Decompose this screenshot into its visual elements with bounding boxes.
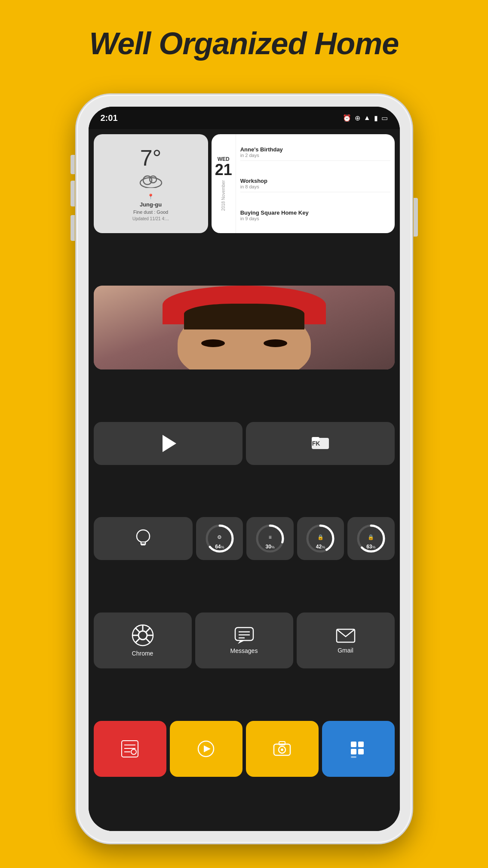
ram-usage-widget[interactable]: ≡ 30% xyxy=(246,517,293,560)
location-icon: ⊕ xyxy=(355,114,360,122)
status-time: 2:01 xyxy=(101,113,118,123)
power-button xyxy=(414,198,418,237)
phone-shell: 2:01 ⏰ ⊕ ▲ ▮ ▭ 7° xyxy=(77,95,412,843)
play-icon xyxy=(197,740,215,758)
storage-icon: 🔒 xyxy=(317,535,324,541)
calendar-widget[interactable]: WED 21 2018 November Anne's Birthday in … xyxy=(212,134,395,233)
svg-rect-42 xyxy=(351,742,356,747)
calendar-date: WED 21 2018 November xyxy=(212,134,236,233)
bulb-row: ⚙ 64% ≡ 30% xyxy=(94,517,395,560)
svg-marker-37 xyxy=(204,745,211,752)
battery-icon: ▭ xyxy=(381,114,388,122)
contacts-button[interactable] xyxy=(94,721,166,777)
calendar-events: Anne's Birthday in 2 days Workshop in 8 … xyxy=(236,134,395,233)
main-apps-row: Chrome Messages xyxy=(94,613,395,668)
svg-line-23 xyxy=(135,628,139,632)
calendar-event-1: Anne's Birthday in 2 days xyxy=(240,146,390,161)
chrome-button[interactable]: Chrome xyxy=(94,613,192,668)
svg-rect-46 xyxy=(351,756,356,758)
messages-icon xyxy=(234,627,254,644)
cpu-circle: ⚙ 64% xyxy=(204,523,235,554)
svg-rect-45 xyxy=(358,749,364,754)
mute-button xyxy=(71,155,75,174)
photo-widget xyxy=(94,286,395,369)
play-store-icon xyxy=(163,435,176,452)
event-1-name: Anne's Birthday xyxy=(240,146,390,153)
event-2-days: in 8 days xyxy=(240,184,390,189)
svg-rect-6 xyxy=(141,544,145,545)
folder-icon: FK xyxy=(311,434,330,453)
storage-usage-widget[interactable]: 🔒 42% xyxy=(297,517,344,560)
svg-line-22 xyxy=(135,639,139,643)
alarm-icon: ⏰ xyxy=(343,114,351,122)
grid-icon xyxy=(349,740,367,758)
row-widgets: 7° 📍 Jung-gu Fine dust : Good Updated 11… xyxy=(94,134,395,233)
dock-row xyxy=(94,721,395,777)
svg-rect-44 xyxy=(351,749,356,754)
svg-line-24 xyxy=(146,639,150,643)
grid-button[interactable] xyxy=(322,721,395,777)
svg-point-17 xyxy=(138,631,147,640)
home-screen: 7° 📍 Jung-gu Fine dust : Good Updated 11… xyxy=(89,129,400,831)
event-1-days: in 2 days xyxy=(240,153,390,158)
svg-rect-43 xyxy=(358,742,364,747)
status-bar: 2:01 ⏰ ⊕ ▲ ▮ ▭ xyxy=(89,107,400,129)
gmail-button[interactable]: Gmail xyxy=(297,613,395,668)
weather-location: Jung-gu xyxy=(140,201,162,208)
file-explorer-button[interactable]: FK xyxy=(246,422,395,465)
location-pin-icon: 📍 xyxy=(147,194,154,200)
calendar-year-month: 2018 November xyxy=(221,180,226,211)
cpu-icon: ⚙ xyxy=(217,535,222,541)
storage-value: 42% xyxy=(305,544,336,550)
battery-usage-icon: 🔒 xyxy=(368,535,374,541)
camera-icon xyxy=(273,741,291,757)
lightbulb-button[interactable] xyxy=(94,517,193,560)
messages-button[interactable]: Messages xyxy=(195,613,293,668)
battery-usage-widget[interactable]: 🔒 63% xyxy=(347,517,394,560)
cpu-usage-widget[interactable]: ⚙ 64% xyxy=(196,517,243,560)
svg-point-41 xyxy=(281,748,283,751)
weather-updated: Updated 11/21 4:... xyxy=(132,216,169,221)
volume-up-button xyxy=(71,181,75,206)
gmail-label: Gmail xyxy=(338,647,353,654)
chrome-label: Chrome xyxy=(132,650,153,657)
usage-circles-group: ⚙ 64% ≡ 30% xyxy=(196,517,394,560)
event-2-name: Workshop xyxy=(240,178,390,184)
gmail-icon xyxy=(336,627,356,643)
battery-value: 63% xyxy=(356,544,387,550)
ram-circle: ≡ 30% xyxy=(255,523,285,554)
play-button[interactable] xyxy=(170,721,242,777)
status-icons: ⏰ ⊕ ▲ ▮ ▭ xyxy=(343,114,388,122)
phone-mockup: 2:01 ⏰ ⊕ ▲ ▮ ▭ 7° xyxy=(77,95,412,843)
svg-point-35 xyxy=(131,749,136,754)
event-3-days: in 9 days xyxy=(240,216,390,221)
weather-fine-dust: Fine dust : Good xyxy=(133,209,168,215)
battery-circle: 🔒 63% xyxy=(356,523,387,554)
chrome-icon xyxy=(132,624,154,646)
camera-button[interactable] xyxy=(246,721,319,777)
play-store-button[interactable] xyxy=(94,422,242,465)
calendar-event-3: Buying Square Home Key in 9 days xyxy=(240,209,390,221)
svg-line-21 xyxy=(146,628,150,632)
page-title: Well Organized Home xyxy=(0,26,488,61)
volume-down-button xyxy=(71,215,75,241)
weather-widget[interactable]: 7° 📍 Jung-gu Fine dust : Good Updated 11… xyxy=(94,134,208,233)
svg-text:FK: FK xyxy=(312,440,320,447)
app-shortcuts-row: FK xyxy=(94,422,395,465)
cpu-value: 64% xyxy=(204,544,235,550)
svg-rect-25 xyxy=(235,628,253,640)
weather-cloud-icon xyxy=(138,171,164,192)
messages-label: Messages xyxy=(230,647,258,654)
calendar-event-2: Workshop in 8 days xyxy=(240,178,390,192)
calendar-day-number: 21 xyxy=(215,162,232,178)
child-photo xyxy=(94,286,395,369)
svg-point-2 xyxy=(150,176,157,183)
wifi-icon: ▲ xyxy=(364,114,371,122)
lightbulb-icon xyxy=(135,529,151,548)
signal-icon: ▮ xyxy=(374,114,378,122)
contacts-icon xyxy=(121,740,139,758)
ram-value: 30% xyxy=(255,544,285,550)
event-3-name: Buying Square Home Key xyxy=(240,209,390,216)
ram-icon: ≡ xyxy=(269,535,272,541)
phone-screen: 2:01 ⏰ ⊕ ▲ ▮ ▭ 7° xyxy=(89,107,400,831)
